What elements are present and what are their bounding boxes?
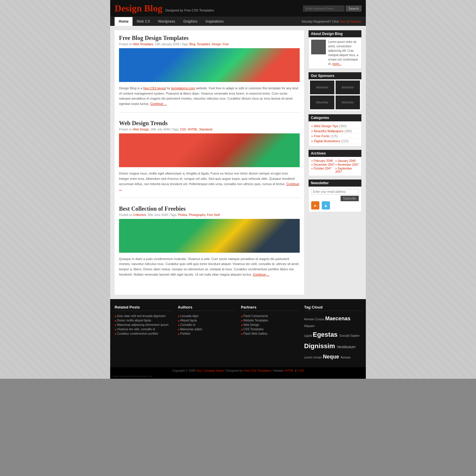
nav-item-home[interactable]: Home [115,17,133,26]
post-2-tag-standards[interactable]: Standards [199,128,213,131]
post-1-link-templatemo[interactable]: templatemo.com [171,86,195,90]
nav-register: Already Registered? Click Here | Registe… [302,20,361,23]
newsletter-email-input[interactable] [311,189,359,195]
post-1-continue[interactable]: Continue ... [150,102,167,105]
widget-sponsors: Our Sponsors Advertise Advertise Adverti… [309,72,361,111]
nav-item-wordpress[interactable]: Wordpress [154,17,179,26]
footer-tag-cloud: Tag Cloud Aenean Cursus Maecenas Aliquam… [304,305,361,361]
rss-icon[interactable]: ▸ [311,201,319,209]
nav-item-web20[interactable]: Web 2.0 [133,17,154,26]
post-1-tag-free[interactable]: Free [223,43,229,46]
widget-newsletter: Newsletter Subscribe ▸ ▲ [309,180,361,212]
partner-css-templates[interactable]: CSS Templates [243,328,264,331]
css-link[interactable]: CSS [298,369,304,372]
about-more-link[interactable]: more... [332,62,341,66]
subscribe-button[interactable]: Subscribe [341,196,359,201]
sponsor-2[interactable]: Advertise [336,81,360,94]
post-2-tag-css[interactable]: CSS [180,128,186,131]
header: Design Blog Designed by Free CSS Templat… [110,0,366,17]
post-1-tag-design[interactable]: Design [212,43,221,46]
related-3[interactable]: Maecenas adipiscing elementum ipsum [117,323,168,326]
nav-here-link[interactable]: Here [340,20,347,23]
post-3-tag-free-stuff[interactable]: Free Stuff [207,213,220,217]
post-3-tag-collection[interactable]: Collection [133,213,146,217]
footer-author-item: Convallis id [178,323,235,327]
related-4[interactable]: Vivamus leo velit, convallis id [117,328,155,331]
company-link[interactable]: Your Company Name [196,369,224,372]
footer-partner-item: CSS Templates [241,327,298,331]
footer-author-item: Lesuada digni [178,314,235,318]
tag-aenean2[interactable]: Aenean [341,356,351,359]
sponsor-3[interactable]: Advertise [310,95,334,109]
partner-flash-components[interactable]: Flash Components [243,314,268,318]
tag-lorem[interactable]: Lorem [304,356,313,359]
post-1-title: Free Blog Design Templates [119,35,300,41]
category-item: Free Fonts (125) [311,134,359,139]
author-1[interactable]: Lesuada digni [180,314,198,318]
tag-ligula[interactable]: Ligula [304,334,313,337]
footer-author-item: Porttitor [178,331,235,336]
archive-oct2047[interactable]: October 2047 [311,167,335,173]
post-1-tag-web-templates[interactable]: Web Templates [133,43,153,46]
nav-item-graphics[interactable]: Graphics [179,17,202,26]
tag-neque[interactable]: Neque [323,354,341,360]
footer-related-item: Donec mollis aliquet ligula [115,318,172,323]
post-2-tag-web-design[interactable]: Web Design [133,128,149,131]
tag-aliquam[interactable]: Aliquam [304,324,315,328]
cat-digital-illustrations[interactable]: Digital Illustrations (215) [311,139,348,143]
post-1-tag-blog[interactable]: Blog [189,43,195,46]
related-5[interactable]: Curabitur condimentum porttitor [117,332,158,335]
partner-flash-web-gallery[interactable]: Flash Web Gallery [243,332,267,335]
about-thumbnail [311,40,326,54]
author-3[interactable]: Convallis id [180,323,195,326]
archive-jan2048[interactable]: January 2048 [335,159,359,162]
search-input[interactable] [303,6,344,11]
search-button[interactable]: Search [346,6,361,11]
css-templates-link[interactable]: Free CSS Templates [244,369,271,372]
author-4[interactable]: Maecenas adipis [180,328,202,331]
widget-categories-title: Categories [309,114,361,121]
tag-maecenas[interactable]: Maecenas [325,316,351,321]
archive-feb2048[interactable]: February 2048 [311,159,335,162]
post-1-link-css[interactable]: free CSS layout [143,86,166,90]
post-1-tag-templates[interactable]: Templates [197,43,210,46]
tag-sapien[interactable]: Sapien [351,334,360,337]
nav-item-inspirations[interactable]: Inspirations [202,17,228,26]
archives-grid: February 2048 January 2048 December 2047… [311,159,359,173]
footer-partner-item: Web Design [241,323,298,327]
twitter-icon[interactable]: ▲ [322,201,330,209]
partner-website-templates[interactable]: Website Templates [243,319,268,322]
post-3-tag-photography[interactable]: Photography [189,213,205,217]
post-2-tag-xhtml[interactable]: XHTML [188,128,198,131]
author-5[interactable]: Porttitor [180,332,190,335]
nav-register-link[interactable]: Register [349,20,361,23]
tag-dignissim[interactable]: Dignissim [304,342,337,350]
archive-nov2047[interactable]: November 2047 [335,163,359,166]
post-3-image [119,219,300,254]
tag-cursus[interactable]: Cursus [315,318,325,321]
footer-tag-cloud-title: Tag Cloud [304,305,361,311]
sponsor-4[interactable]: Advertise [336,95,360,109]
post-2-continue[interactable]: Continue ... [119,182,299,191]
archive-dec2047[interactable]: December 2047 [311,163,335,166]
related-2[interactable]: Donec mollis aliquet ligula [117,319,151,322]
widget-about-body: Lorem ipsum dolor sit amet, consectetur … [309,37,361,69]
cat-beautiful-wallpapers[interactable]: Beautiful Wallpapers (380) [311,129,352,133]
tag-vestibulum[interactable]: Vestibulum [337,345,356,349]
post-3-meta: Posted on Collection, 26th June 2048 | T… [119,213,300,217]
xhtml-link[interactable]: XHTML [284,369,294,372]
author-2[interactable]: Aliquet ligula [180,319,197,322]
tag-suscipit[interactable]: Suscipit [339,334,351,337]
sponsor-1[interactable]: Advertise [310,81,334,94]
main-content: Free Blog Design Templates Posted on Web… [115,30,304,295]
cat-web-design-tips[interactable]: Web Design Tips (360) [311,124,347,128]
tag-aenean[interactable]: Aenean [304,318,315,321]
tag-egestas[interactable]: Egestas [313,331,339,338]
post-3-continue[interactable]: Continue ... [253,273,269,276]
cat-free-fonts[interactable]: Free Fonts (125) [311,134,338,138]
post-3-tag-photos[interactable]: Photos [178,213,187,217]
partner-web-design[interactable]: Web Design [243,323,259,326]
archive-sep2047[interactable]: September 2047 [335,167,359,173]
related-1[interactable]: Duis vitae velit sed lesuada dignissim [117,314,166,318]
tag-urnam[interactable]: Urnam [313,356,323,359]
